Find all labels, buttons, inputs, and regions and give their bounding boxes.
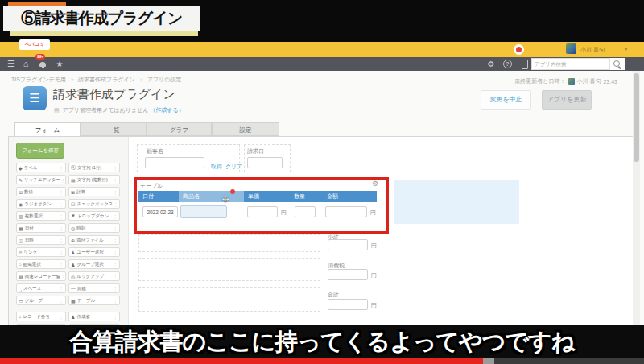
rich-text-icon: ✎ bbox=[19, 177, 23, 183]
hamburger-menu-icon[interactable]: ☰ bbox=[6, 57, 16, 71]
palette-item-label: 複数選択 bbox=[25, 213, 43, 219]
tax-input[interactable] bbox=[328, 269, 368, 280]
table-icon: ▦ bbox=[71, 298, 76, 304]
drag-move-icon[interactable]: ↔↕ bbox=[219, 192, 232, 205]
time-icon: ◷ bbox=[71, 225, 75, 231]
user-icon: ♟ bbox=[71, 314, 75, 320]
palette-item-dropdown[interactable]: ▼ドロップダウン bbox=[68, 211, 120, 221]
palette-item-radio[interactable]: ◉ラジオボタン bbox=[16, 199, 66, 209]
palette-item-hr[interactable]: —罫線 bbox=[68, 283, 120, 293]
total-yen-suffix: 円 bbox=[371, 301, 377, 309]
tab-graph[interactable]: グラフ bbox=[147, 122, 212, 136]
video-title-badge: ⑤請求書作成プラグイン bbox=[3, 6, 200, 31]
palette-item-label: 関連レコード一覧 bbox=[25, 274, 60, 279]
palette-item-text-single[interactable]: Ⓐ文字列 (1行) bbox=[68, 163, 120, 172]
user-avatar[interactable] bbox=[566, 43, 576, 54]
pepacomi-logo[interactable]: ペパコミ bbox=[19, 39, 50, 50]
palette-item-user-select[interactable]: ♟ユーザー選択 bbox=[68, 247, 120, 257]
palette-item-number[interactable]: ⊡数値 bbox=[16, 187, 66, 196]
chevron-down-icon[interactable]: ▾ bbox=[625, 46, 628, 52]
scrollbar-thumb[interactable] bbox=[634, 73, 639, 162]
gear-icon[interactable]: ⚙ bbox=[486, 57, 496, 71]
update-app-button[interactable]: アプリを更新 bbox=[542, 90, 592, 110]
admin-memo: ▤ アプリ管理者用メモはありません （作成する） bbox=[54, 106, 184, 114]
palette-item-related-records[interactable]: ▤関連レコード一覧 bbox=[16, 271, 66, 281]
tab-list[interactable]: 一覧 bbox=[80, 122, 147, 136]
table-column-5[interactable]: 金額 bbox=[323, 191, 377, 202]
breadcrumb-item[interactable]: アプリの設定 bbox=[147, 77, 182, 82]
palette-item-attachment[interactable]: ⊕添付ファイル bbox=[68, 235, 120, 245]
palette-item-datetime[interactable]: ◫日時 bbox=[16, 235, 66, 245]
palette-item-lookup[interactable]: ◎ルックアップ bbox=[68, 271, 120, 281]
palette-item-rich-editor[interactable]: ✎リッチエディター bbox=[16, 175, 66, 184]
palette-item-label: 文字列 (1行) bbox=[77, 165, 101, 171]
fetch-link[interactable]: 取得 bbox=[211, 163, 222, 171]
hr-icon: — bbox=[71, 286, 76, 291]
video-progress-buffered[interactable] bbox=[483, 358, 494, 364]
screen: ⑤請求書作成プラグイン ペパコミ 小川 喜句 ▾ ☰ ⌂ 99+ ★ ⚙ ? T… bbox=[0, 0, 644, 364]
total-input[interactable] bbox=[328, 299, 368, 310]
palette-item-space[interactable]: ␣スペース bbox=[16, 283, 66, 293]
notification-dot-icon[interactable] bbox=[514, 44, 524, 55]
palette-item-label: 日付 bbox=[25, 225, 34, 231]
palette-item-time[interactable]: ◷時刻 bbox=[68, 223, 120, 233]
table-settings-gear-icon[interactable]: ⚙ bbox=[372, 180, 378, 188]
palette-item-link[interactable]: ∞リンク bbox=[16, 247, 66, 257]
search-input[interactable] bbox=[531, 58, 614, 70]
date-icon: ▦ bbox=[19, 225, 23, 231]
group-box-icon: ▭ bbox=[19, 298, 23, 304]
table-column-1[interactable]: 日付 bbox=[138, 191, 179, 202]
help-icon[interactable]: ? bbox=[503, 60, 512, 68]
palette-item-created-by[interactable]: ♟作成者 bbox=[68, 312, 120, 321]
palette-item-label: 添付ファイル bbox=[76, 238, 104, 243]
palette-item-group[interactable]: ▭グループ bbox=[16, 296, 66, 305]
tab-settings[interactable]: 設定 bbox=[212, 122, 279, 136]
mobile-icon[interactable] bbox=[522, 60, 528, 69]
palette-item-record-number[interactable]: ⌗レコード番号 bbox=[16, 312, 66, 321]
user-icon: ♟ bbox=[71, 250, 75, 255]
invoice-date-input[interactable] bbox=[247, 157, 283, 168]
palette-item-label: ルックアップ bbox=[76, 274, 104, 279]
memo-create-link[interactable]: （作成する） bbox=[150, 107, 184, 113]
palette-item-table[interactable]: ▦テーブル bbox=[68, 296, 120, 305]
tab-form[interactable]: フォーム bbox=[14, 122, 80, 136]
palette-item-multi-select[interactable]: ▥複数選択 bbox=[16, 211, 66, 221]
home-icon[interactable]: ⌂ bbox=[21, 57, 31, 71]
palette-item-date[interactable]: ▦日付 bbox=[16, 223, 66, 233]
table-column-3[interactable]: 単価 bbox=[244, 191, 290, 202]
breadcrumb-separator: ＞ bbox=[138, 77, 144, 82]
breadcrumb-item[interactable]: 請求書作成プラグイン bbox=[78, 77, 135, 82]
palette-item-label: レコード番号 bbox=[23, 314, 49, 320]
palette-item-label: 日時 bbox=[25, 238, 34, 243]
palette-item-org-select[interactable]: ⌂組織選択 bbox=[16, 259, 66, 269]
drop-target-highlight bbox=[394, 180, 519, 224]
palette-item-checkbox[interactable]: ☑チェックボックス bbox=[68, 199, 120, 209]
clear-link[interactable]: クリア bbox=[225, 163, 243, 171]
star-icon[interactable]: ★ bbox=[55, 57, 64, 71]
breadcrumb-item[interactable]: TISプラグインデモ用 bbox=[11, 77, 66, 82]
drag-indicator-dot bbox=[230, 189, 235, 194]
video-progress-remaining[interactable] bbox=[494, 358, 644, 364]
memo-text: アプリ管理者用メモはありません bbox=[63, 107, 149, 113]
palette-item-label: ドロップダウン bbox=[77, 213, 109, 219]
subtotal-input[interactable] bbox=[328, 239, 368, 250]
palette-item-text-multi[interactable]: ▤文字列 (複数行) bbox=[68, 175, 120, 184]
updated-user-name[interactable]: 小川 喜句 bbox=[577, 77, 601, 85]
last-updated-meta: 最終更新者と日時： 小川 喜句 23:43 bbox=[514, 77, 617, 85]
save-form-button[interactable]: フォームを保存 bbox=[16, 143, 64, 159]
video-caption-bar: 合算請求書のここに持ってくるよってやつですね bbox=[0, 325, 644, 358]
search-button[interactable] bbox=[609, 58, 625, 70]
table-column-4[interactable]: 数量 bbox=[290, 191, 323, 202]
palette-item-label: リッチエディター bbox=[24, 177, 60, 183]
spacer-row-2 bbox=[138, 258, 320, 281]
video-progress-played[interactable] bbox=[0, 358, 483, 364]
palette-item-group-select[interactable]: ♟グループ選択 bbox=[68, 259, 120, 269]
palette-item-label: テーブル bbox=[77, 298, 95, 304]
palette-item-label[interactable]: ◆ラベル bbox=[16, 163, 66, 172]
user-name[interactable]: 小川 喜句 bbox=[580, 46, 605, 54]
cancel-changes-button[interactable]: 変更を中止 bbox=[481, 90, 531, 110]
bell-icon[interactable] bbox=[39, 62, 46, 67]
radio-icon: ◉ bbox=[19, 201, 23, 207]
customer-input[interactable] bbox=[145, 157, 204, 168]
palette-item-calc[interactable]: ⊞計算 bbox=[68, 187, 120, 196]
